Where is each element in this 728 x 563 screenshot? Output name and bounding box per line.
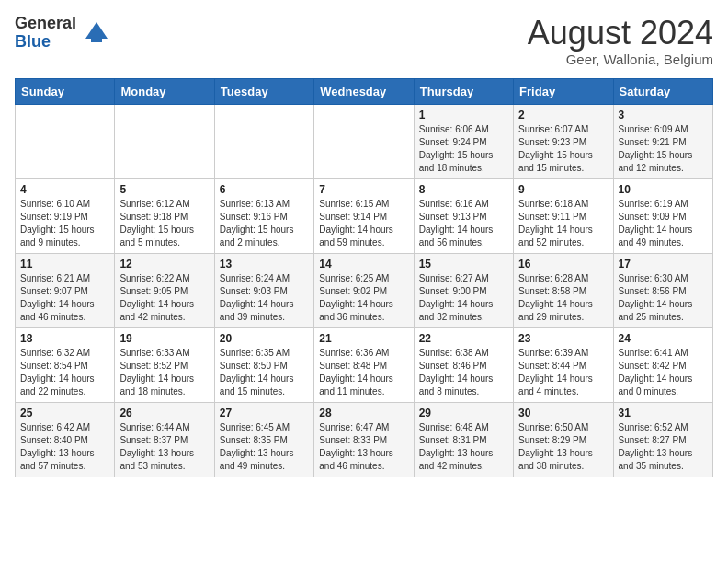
svg-rect-1 [91, 39, 102, 42]
day-number: 28 [319, 407, 408, 419]
day-number: 23 [518, 332, 608, 345]
day-cell: 16Sunrise: 6:28 AMSunset: 8:58 PMDayligh… [514, 253, 613, 327]
day-number: 24 [619, 332, 708, 345]
day-cell: 20Sunrise: 6:35 AMSunset: 8:50 PMDayligh… [214, 327, 313, 402]
day-info: Sunrise: 6:18 AMSunset: 9:11 PMDaylight:… [518, 198, 608, 249]
day-number: 31 [619, 407, 708, 419]
day-info: Sunrise: 6:13 AMSunset: 9:16 PMDaylight:… [220, 198, 309, 249]
day-cell: 2Sunrise: 6:07 AMSunset: 9:23 PMDaylight… [514, 104, 613, 178]
day-cell: 13Sunrise: 6:24 AMSunset: 9:03 PMDayligh… [214, 253, 313, 327]
day-info: Sunrise: 6:35 AMSunset: 8:50 PMDaylight:… [220, 347, 309, 398]
day-cell [214, 104, 313, 178]
day-cell: 9Sunrise: 6:18 AMSunset: 9:11 PMDaylight… [514, 178, 613, 253]
day-cell: 1Sunrise: 6:06 AMSunset: 9:24 PMDaylight… [414, 104, 513, 178]
day-number: 8 [419, 183, 508, 196]
location: Geer, Wallonia, Belgium [528, 52, 713, 67]
day-cell: 29Sunrise: 6:48 AMSunset: 8:31 PMDayligh… [414, 402, 513, 477]
day-cell: 25Sunrise: 6:42 AMSunset: 8:40 PMDayligh… [16, 402, 115, 477]
week-row-3: 11Sunrise: 6:21 AMSunset: 9:07 PMDayligh… [16, 253, 713, 327]
day-cell: 31Sunrise: 6:52 AMSunset: 8:27 PMDayligh… [613, 402, 712, 477]
logo-general: General [15, 15, 76, 33]
weekday-row: SundayMondayTuesdayWednesdayThursdayFrid… [16, 78, 713, 104]
day-cell: 17Sunrise: 6:30 AMSunset: 8:56 PMDayligh… [613, 253, 712, 327]
day-number: 26 [119, 407, 209, 419]
day-number: 30 [518, 407, 608, 419]
day-info: Sunrise: 6:25 AMSunset: 9:02 PMDaylight:… [319, 272, 408, 324]
day-cell: 19Sunrise: 6:33 AMSunset: 8:52 PMDayligh… [115, 327, 214, 402]
day-number: 7 [319, 183, 408, 196]
day-number: 9 [518, 183, 608, 196]
day-info: Sunrise: 6:16 AMSunset: 9:13 PMDaylight:… [419, 198, 508, 249]
day-info: Sunrise: 6:33 AMSunset: 8:52 PMDaylight:… [119, 347, 209, 398]
weekday-header-wednesday: Wednesday [314, 78, 414, 104]
day-info: Sunrise: 6:50 AMSunset: 8:29 PMDaylight:… [518, 421, 608, 473]
day-cell: 5Sunrise: 6:12 AMSunset: 9:18 PMDaylight… [115, 178, 214, 253]
day-cell: 24Sunrise: 6:41 AMSunset: 8:42 PMDayligh… [613, 327, 712, 402]
day-info: Sunrise: 6:21 AMSunset: 9:07 PMDaylight:… [20, 272, 109, 324]
day-info: Sunrise: 6:28 AMSunset: 8:58 PMDaylight:… [518, 272, 608, 324]
day-cell: 8Sunrise: 6:16 AMSunset: 9:13 PMDaylight… [414, 178, 513, 253]
day-number: 25 [20, 407, 109, 419]
day-number: 10 [619, 183, 708, 196]
day-cell: 18Sunrise: 6:32 AMSunset: 8:54 PMDayligh… [16, 327, 115, 402]
day-number: 11 [20, 258, 109, 270]
day-info: Sunrise: 6:36 AMSunset: 8:48 PMDaylight:… [319, 347, 408, 398]
month-title: August 2024 [528, 15, 713, 52]
logo-text: General Blue [15, 15, 76, 52]
day-cell: 22Sunrise: 6:38 AMSunset: 8:46 PMDayligh… [414, 327, 513, 402]
day-cell: 14Sunrise: 6:25 AMSunset: 9:02 PMDayligh… [314, 253, 414, 327]
day-number: 17 [619, 258, 708, 270]
day-number: 1 [419, 109, 508, 121]
weekday-header-tuesday: Tuesday [214, 78, 313, 104]
day-info: Sunrise: 6:52 AMSunset: 8:27 PMDaylight:… [619, 421, 708, 473]
day-cell [16, 104, 115, 178]
day-number: 5 [119, 183, 209, 196]
week-row-4: 18Sunrise: 6:32 AMSunset: 8:54 PMDayligh… [16, 327, 713, 402]
day-info: Sunrise: 6:10 AMSunset: 9:19 PMDaylight:… [20, 198, 109, 249]
day-number: 4 [20, 183, 109, 196]
day-info: Sunrise: 6:44 AMSunset: 8:37 PMDaylight:… [119, 421, 209, 473]
day-info: Sunrise: 6:09 AMSunset: 9:21 PMDaylight:… [619, 123, 708, 175]
day-number: 22 [419, 332, 508, 345]
day-number: 16 [518, 258, 608, 270]
week-row-1: 1Sunrise: 6:06 AMSunset: 9:24 PMDaylight… [16, 104, 713, 178]
day-cell: 15Sunrise: 6:27 AMSunset: 9:00 PMDayligh… [414, 253, 513, 327]
day-info: Sunrise: 6:39 AMSunset: 8:44 PMDaylight:… [518, 347, 608, 398]
day-info: Sunrise: 6:32 AMSunset: 8:54 PMDaylight:… [20, 347, 109, 398]
day-cell: 28Sunrise: 6:47 AMSunset: 8:33 PMDayligh… [314, 402, 414, 477]
day-number: 13 [220, 258, 309, 270]
day-info: Sunrise: 6:27 AMSunset: 9:00 PMDaylight:… [419, 272, 508, 324]
day-info: Sunrise: 6:48 AMSunset: 8:31 PMDaylight:… [419, 421, 508, 473]
day-cell: 7Sunrise: 6:15 AMSunset: 9:14 PMDaylight… [314, 178, 414, 253]
day-info: Sunrise: 6:42 AMSunset: 8:40 PMDaylight:… [20, 421, 109, 473]
week-row-5: 25Sunrise: 6:42 AMSunset: 8:40 PMDayligh… [16, 402, 713, 477]
day-number: 29 [419, 407, 508, 419]
weekday-header-friday: Friday [514, 78, 613, 104]
title-block: August 2024 Geer, Wallonia, Belgium [528, 15, 713, 67]
day-number: 14 [319, 258, 408, 270]
day-cell: 11Sunrise: 6:21 AMSunset: 9:07 PMDayligh… [16, 253, 115, 327]
day-info: Sunrise: 6:24 AMSunset: 9:03 PMDaylight:… [220, 272, 309, 324]
day-cell: 6Sunrise: 6:13 AMSunset: 9:16 PMDaylight… [214, 178, 313, 253]
day-number: 6 [220, 183, 309, 196]
day-info: Sunrise: 6:19 AMSunset: 9:09 PMDaylight:… [619, 198, 708, 249]
weekday-header-saturday: Saturday [613, 78, 712, 104]
day-info: Sunrise: 6:15 AMSunset: 9:14 PMDaylight:… [319, 198, 408, 249]
calendar-body: 1Sunrise: 6:06 AMSunset: 9:24 PMDaylight… [16, 104, 713, 477]
day-info: Sunrise: 6:38 AMSunset: 8:46 PMDaylight:… [419, 347, 508, 398]
day-number: 2 [518, 109, 608, 121]
day-number: 21 [319, 332, 408, 345]
day-cell: 26Sunrise: 6:44 AMSunset: 8:37 PMDayligh… [115, 402, 214, 477]
day-number: 12 [119, 258, 209, 270]
day-cell: 21Sunrise: 6:36 AMSunset: 8:48 PMDayligh… [314, 327, 414, 402]
calendar-header: SundayMondayTuesdayWednesdayThursdayFrid… [16, 78, 713, 104]
day-cell: 3Sunrise: 6:09 AMSunset: 9:21 PMDaylight… [613, 104, 712, 178]
day-cell: 4Sunrise: 6:10 AMSunset: 9:19 PMDaylight… [16, 178, 115, 253]
day-number: 20 [220, 332, 309, 345]
weekday-header-monday: Monday [115, 78, 214, 104]
weekday-header-sunday: Sunday [16, 78, 115, 104]
main-container: General Blue August 2024 Geer, Wallonia,… [0, 0, 728, 485]
week-row-2: 4Sunrise: 6:10 AMSunset: 9:19 PMDaylight… [16, 178, 713, 253]
day-number: 3 [619, 109, 708, 121]
day-cell: 10Sunrise: 6:19 AMSunset: 9:09 PMDayligh… [613, 178, 712, 253]
